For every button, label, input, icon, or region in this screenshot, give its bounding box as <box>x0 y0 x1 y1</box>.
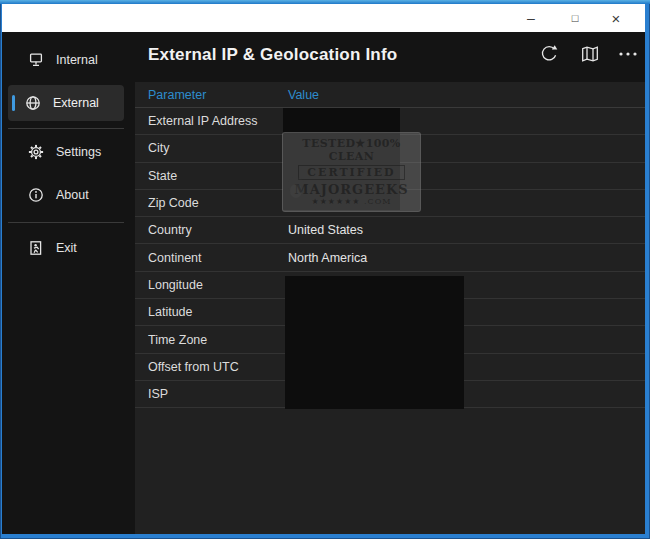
close-icon: × <box>612 10 621 27</box>
watermark-line-certified: CERTIFIED <box>298 165 404 180</box>
titlebar: – □ × <box>2 4 645 32</box>
selection-accent-bar <box>12 95 15 111</box>
value-cell: United States <box>286 223 363 237</box>
close-button[interactable]: × <box>599 4 633 32</box>
sidebar-item-internal[interactable]: Internal <box>2 47 135 73</box>
minimize-icon: – <box>527 10 535 26</box>
param-cell: Longitude <box>135 278 286 292</box>
watermark-line-stars: ★★★★★★ .COM <box>312 197 392 207</box>
sidebar-divider <box>8 222 124 223</box>
majorgeeks-watermark-badge: TESTED★100% CLEAN CERTIFIED MAJORGEEKS ★… <box>282 132 421 212</box>
table-row: Country United States <box>135 217 645 244</box>
watermark-stars: ★★★★★★ <box>312 197 361 206</box>
sidebar-item-exit[interactable]: Exit <box>2 235 135 261</box>
maximize-button[interactable]: □ <box>558 4 592 32</box>
table-row: Continent North America <box>135 244 645 271</box>
table-header-row: Parameter Value <box>135 82 645 108</box>
sidebar: Internal External <box>2 32 135 534</box>
gorilla-watermark-icon <box>286 175 308 205</box>
page-title: External IP & Geolocation Info <box>148 45 397 65</box>
gear-icon <box>28 144 44 160</box>
app-window: – □ × External IP & Geolocation Info <box>0 0 650 539</box>
param-cell: Offset from UTC <box>135 360 286 374</box>
param-cell: State <box>135 169 286 183</box>
sidebar-item-label: Internal <box>56 53 98 67</box>
more-options-button[interactable] <box>616 42 640 66</box>
exit-icon <box>28 240 44 256</box>
sidebar-item-settings[interactable]: Settings <box>2 139 135 165</box>
info-icon <box>28 187 44 203</box>
maximize-icon: □ <box>572 12 579 24</box>
watermark-line-majorgeeks: MAJORGEEKS <box>294 182 408 197</box>
sidebar-item-external[interactable]: External <box>8 85 124 121</box>
sidebar-item-label: Settings <box>56 145 101 159</box>
column-header-value: Value <box>286 88 319 102</box>
minimize-button[interactable]: – <box>514 4 548 32</box>
redaction-box <box>285 276 464 409</box>
app-frame: External IP & Geolocation Info <box>2 32 645 534</box>
param-cell: Zip Code <box>135 196 286 210</box>
param-cell: External IP Address <box>135 114 286 128</box>
param-cell: ISP <box>135 387 286 401</box>
param-cell: Country <box>135 223 286 237</box>
sidebar-item-label: External <box>53 96 99 110</box>
sidebar-item-label: About <box>56 188 89 202</box>
watermark-line-tested: TESTED★100% CLEAN <box>283 137 420 163</box>
column-header-parameter: Parameter <box>135 88 286 102</box>
map-icon <box>580 44 600 64</box>
sidebar-divider <box>8 128 124 129</box>
computer-icon <box>28 52 44 68</box>
geolocation-table: Parameter Value External IP Address City… <box>135 82 645 534</box>
param-cell: Latitude <box>135 305 286 319</box>
map-button[interactable] <box>578 42 602 66</box>
refresh-icon <box>539 44 559 64</box>
param-cell: Time Zone <box>135 333 286 347</box>
sidebar-item-label: Exit <box>56 241 77 255</box>
param-cell: City <box>135 141 286 155</box>
globe-icon <box>25 95 41 111</box>
value-cell: North America <box>286 251 367 265</box>
more-icon <box>617 44 639 64</box>
watermark-dotcom: .COM <box>364 197 391 206</box>
sidebar-item-about[interactable]: About <box>2 182 135 208</box>
param-cell: Continent <box>135 251 286 265</box>
refresh-button[interactable] <box>537 42 561 66</box>
